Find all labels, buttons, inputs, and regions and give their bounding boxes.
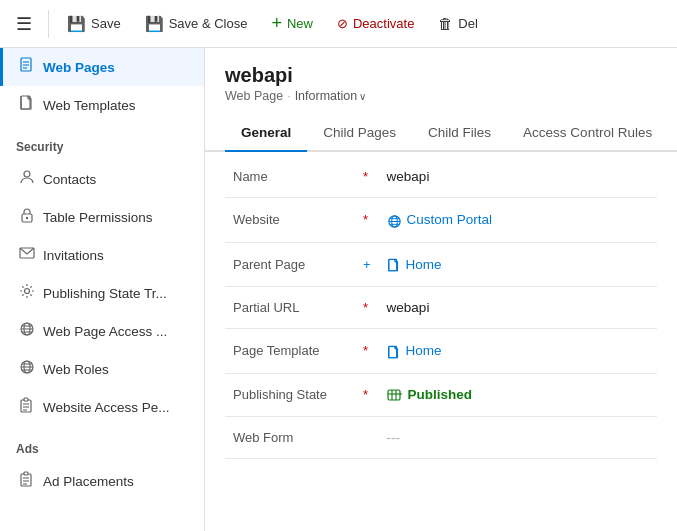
svg-point-7 <box>24 171 30 177</box>
web-templates-icon <box>19 95 35 115</box>
publishing-state-icon <box>19 283 35 303</box>
form-row-parent-page: Parent Page+Home <box>225 242 657 287</box>
form-label-name: Name <box>225 156 355 198</box>
sidebar-item-invitations[interactable]: Invitations <box>0 236 204 274</box>
new-button[interactable]: + New <box>261 7 323 40</box>
svg-rect-37 <box>388 259 396 270</box>
sidebar-item-label-web-page-access: Web Page Access ... <box>43 324 167 339</box>
new-label: New <box>287 16 313 31</box>
web-pages-icon <box>19 57 35 77</box>
form-value-website[interactable]: Custom Portal <box>379 198 657 243</box>
toolbar-divider <box>48 10 49 38</box>
breadcrumb-chevron-icon: ∨ <box>359 91 366 102</box>
toolbar: ☰ 💾 Save 💾 Save & Close + New ⊘ Deactiva… <box>0 0 677 48</box>
form-value-publishing-state[interactable]: Published <box>379 373 657 416</box>
new-icon: + <box>271 13 282 34</box>
sidebar-item-label-publishing-state: Publishing State Tr... <box>43 286 167 301</box>
delete-icon: 🗑 <box>438 15 453 32</box>
sidebar-item-label-web-pages: Web Pages <box>43 60 115 75</box>
svg-point-11 <box>25 289 30 294</box>
sidebar-section-security: Security <box>0 124 204 160</box>
content-area: webapi Web Page · Information ∨ GeneralC… <box>205 48 677 531</box>
form-value-name: webapi <box>379 156 657 198</box>
form-link-icon-website <box>387 211 402 229</box>
contacts-icon <box>19 169 35 189</box>
sidebar-item-web-pages[interactable]: Web Pages <box>0 48 204 86</box>
form-label-page-template: Page Template <box>225 329 355 374</box>
breadcrumb-separator: · <box>287 89 290 103</box>
deactivate-icon: ⊘ <box>337 16 348 31</box>
breadcrumb-section-label: Information <box>295 89 358 103</box>
sidebar: Web PagesWeb Templates Security Contacts… <box>0 48 205 531</box>
sidebar-section-ads: Ads <box>0 426 204 462</box>
save-button[interactable]: 💾 Save <box>57 9 131 39</box>
form-label-web-form: Web Form <box>225 417 355 459</box>
form-required-parent-page: + <box>355 242 379 287</box>
tab-child-pages[interactable]: Child Pages <box>307 115 412 152</box>
form-label-parent-page: Parent Page <box>225 242 355 287</box>
delete-label: Del <box>458 16 478 31</box>
sidebar-item-contacts[interactable]: Contacts <box>0 160 204 198</box>
form-link-page-template[interactable]: Home <box>387 342 649 360</box>
svg-rect-40 <box>388 346 396 357</box>
form-row-website: Website*Custom Portal <box>225 198 657 243</box>
sidebar-item-table-permissions[interactable]: Table Permissions <box>0 198 204 236</box>
deactivate-label: Deactivate <box>353 16 414 31</box>
form-value-page-template[interactable]: Home <box>379 329 657 374</box>
invitations-icon <box>19 245 35 265</box>
form-required-partial-url: * <box>355 287 379 329</box>
form-link-parent-page[interactable]: Home <box>387 256 649 274</box>
form-label-website: Website <box>225 198 355 243</box>
web-roles-icon <box>19 359 35 379</box>
form-row-page-template: Page Template*Home <box>225 329 657 374</box>
svg-rect-43 <box>388 390 400 400</box>
table-permissions-icon <box>19 207 35 227</box>
form-dash-value: --- <box>387 430 401 445</box>
breadcrumb-section-dropdown[interactable]: Information ∨ <box>295 89 367 103</box>
main-layout: Web PagesWeb Templates Security Contacts… <box>0 48 677 531</box>
ad-placements-icon <box>19 471 35 491</box>
tab-bar: GeneralChild PagesChild FilesAccess Cont… <box>205 115 677 152</box>
form-required-publishing-state: * <box>355 373 379 416</box>
form-value-web-form: --- <box>379 417 657 459</box>
delete-button[interactable]: 🗑 Del <box>428 9 488 38</box>
sidebar-item-label-web-templates: Web Templates <box>43 98 136 113</box>
form-link-website[interactable]: Custom Portal <box>387 211 649 229</box>
form-link-icon-page-template <box>387 342 401 360</box>
tab-access-control[interactable]: Access Control Rules <box>507 115 668 152</box>
sidebar-item-label-invitations: Invitations <box>43 248 104 263</box>
form-label-publishing-state: Publishing State <box>225 373 355 416</box>
website-access-icon <box>19 397 35 417</box>
menu-button[interactable]: ☰ <box>8 5 40 43</box>
form-required-page-template: * <box>355 329 379 374</box>
sidebar-item-label-table-permissions: Table Permissions <box>43 210 153 225</box>
deactivate-button[interactable]: ⊘ Deactivate <box>327 10 424 37</box>
sidebar-item-publishing-state[interactable]: Publishing State Tr... <box>0 274 204 312</box>
form-required-name: * <box>355 156 379 198</box>
sidebar-item-label-web-roles: Web Roles <box>43 362 109 377</box>
sidebar-item-web-roles[interactable]: Web Roles <box>0 350 204 388</box>
sidebar-item-web-page-access[interactable]: Web Page Access ... <box>0 312 204 350</box>
svg-rect-23 <box>24 398 28 401</box>
breadcrumb-type: Web Page <box>225 89 283 103</box>
save-label: Save <box>91 16 121 31</box>
published-icon <box>387 387 403 403</box>
breadcrumb: Web Page · Information ∨ <box>225 89 657 103</box>
form-value-parent-page[interactable]: Home <box>379 242 657 287</box>
svg-point-9 <box>26 217 28 219</box>
form-required-website: * <box>355 198 379 243</box>
web-page-access-icon <box>19 321 35 341</box>
svg-rect-4 <box>21 96 30 109</box>
sidebar-item-website-access[interactable]: Website Access Pe... <box>0 388 204 426</box>
form-table: Name*webapiWebsite*Custom PortalParent P… <box>225 156 657 459</box>
sidebar-item-label-website-access: Website Access Pe... <box>43 400 170 415</box>
save-close-button[interactable]: 💾 Save & Close <box>135 9 258 39</box>
save-icon: 💾 <box>67 15 86 33</box>
tab-child-files[interactable]: Child Files <box>412 115 507 152</box>
sidebar-item-web-templates[interactable]: Web Templates <box>0 86 204 124</box>
sidebar-item-ad-placements[interactable]: Ad Placements <box>0 462 204 500</box>
page-title: webapi <box>225 64 657 87</box>
save-close-label: Save & Close <box>169 16 248 31</box>
tab-general[interactable]: General <box>225 115 307 152</box>
form-area: Name*webapiWebsite*Custom PortalParent P… <box>205 156 677 479</box>
